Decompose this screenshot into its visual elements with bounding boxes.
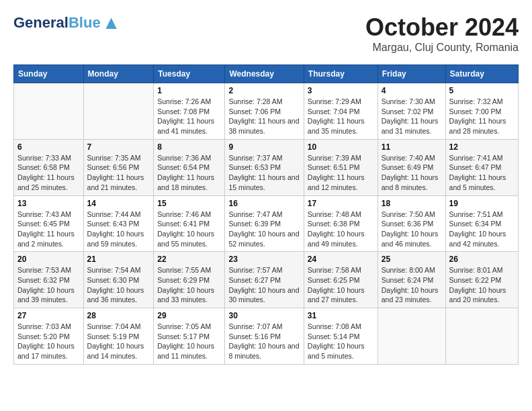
day-number: 12 [449, 142, 515, 152]
calendar-cell: 14Sunrise: 7:44 AMSunset: 6:43 PMDayligh… [83, 195, 154, 252]
logo-bird-icon: ▲ [102, 13, 121, 32]
calendar-cell: 11Sunrise: 7:40 AMSunset: 6:49 PMDayligh… [378, 139, 445, 195]
day-info: Sunrise: 7:57 AMSunset: 6:27 PMDaylight:… [228, 265, 300, 305]
calendar-cell: 26Sunrise: 8:01 AMSunset: 6:22 PMDayligh… [445, 252, 518, 308]
calendar-cell: 23Sunrise: 7:57 AMSunset: 6:27 PMDayligh… [225, 252, 304, 308]
day-number: 5 [449, 86, 515, 95]
day-info: Sunrise: 7:43 AMSunset: 6:45 PMDaylight:… [17, 210, 80, 249]
calendar-cell: 13Sunrise: 7:43 AMSunset: 6:45 PMDayligh… [14, 195, 84, 252]
calendar-cell: 21Sunrise: 7:54 AMSunset: 6:30 PMDayligh… [83, 252, 154, 308]
calendar-cell: 9Sunrise: 7:37 AMSunset: 6:53 PMDaylight… [225, 139, 304, 195]
calendar-week-row: 27Sunrise: 7:03 AMSunset: 5:20 PMDayligh… [14, 308, 519, 365]
day-number: 3 [308, 86, 374, 95]
weekday-header-thursday: Thursday [304, 65, 378, 83]
weekday-header-friday: Friday [378, 65, 445, 83]
day-info: Sunrise: 7:26 AMSunset: 7:08 PMDaylight:… [157, 97, 221, 136]
day-number: 4 [382, 86, 442, 95]
calendar-week-row: 13Sunrise: 7:43 AMSunset: 6:45 PMDayligh… [14, 195, 519, 252]
calendar-cell: 18Sunrise: 7:50 AMSunset: 6:36 PMDayligh… [378, 195, 445, 252]
calendar-table: SundayMondayTuesdayWednesdayThursdayFrid… [13, 64, 519, 365]
day-number: 19 [449, 199, 515, 208]
calendar-cell: 24Sunrise: 7:58 AMSunset: 6:25 PMDayligh… [304, 252, 378, 308]
calendar-cell: 3Sunrise: 7:29 AMSunset: 7:04 PMDaylight… [304, 83, 378, 140]
calendar-week-row: 1Sunrise: 7:26 AMSunset: 7:08 PMDaylight… [14, 83, 519, 140]
day-number: 22 [157, 255, 221, 264]
day-info: Sunrise: 7:53 AMSunset: 6:32 PMDaylight:… [17, 265, 80, 305]
day-info: Sunrise: 7:40 AMSunset: 6:49 PMDaylight:… [382, 153, 442, 193]
calendar-cell: 4Sunrise: 7:30 AMSunset: 7:02 PMDaylight… [378, 83, 445, 140]
calendar-cell: 16Sunrise: 7:47 AMSunset: 6:39 PMDayligh… [225, 195, 304, 252]
calendar-cell [14, 83, 84, 140]
day-info: Sunrise: 7:08 AMSunset: 5:14 PMDaylight:… [308, 322, 374, 361]
day-number: 9 [228, 142, 300, 152]
day-info: Sunrise: 7:07 AMSunset: 5:16 PMDaylight:… [228, 322, 300, 361]
day-number: 24 [308, 255, 374, 264]
day-info: Sunrise: 7:32 AMSunset: 7:00 PMDaylight:… [449, 97, 515, 136]
day-number: 2 [228, 86, 300, 95]
logo: GeneralBlue ▲ [13, 13, 120, 32]
calendar-cell: 27Sunrise: 7:03 AMSunset: 5:20 PMDayligh… [14, 308, 84, 365]
day-number: 14 [87, 199, 150, 208]
day-info: Sunrise: 7:28 AMSunset: 7:06 PMDaylight:… [228, 97, 300, 136]
day-info: Sunrise: 8:01 AMSunset: 6:22 PMDaylight:… [449, 265, 515, 305]
day-info: Sunrise: 7:29 AMSunset: 7:04 PMDaylight:… [308, 97, 374, 136]
day-number: 29 [157, 311, 221, 320]
calendar-cell: 25Sunrise: 8:00 AMSunset: 6:24 PMDayligh… [378, 252, 445, 308]
weekday-header-sunday: Sunday [14, 65, 84, 83]
weekday-header-tuesday: Tuesday [154, 65, 225, 83]
day-info: Sunrise: 7:03 AMSunset: 5:20 PMDaylight:… [17, 322, 80, 361]
day-info: Sunrise: 7:41 AMSunset: 6:47 PMDaylight:… [449, 153, 515, 193]
weekday-header-monday: Monday [83, 65, 154, 83]
day-info: Sunrise: 7:55 AMSunset: 6:29 PMDaylight:… [157, 265, 221, 305]
calendar-cell: 22Sunrise: 7:55 AMSunset: 6:29 PMDayligh… [154, 252, 225, 308]
day-info: Sunrise: 7:50 AMSunset: 6:36 PMDaylight:… [382, 210, 442, 249]
day-info: Sunrise: 8:00 AMSunset: 6:24 PMDaylight:… [382, 265, 442, 305]
calendar-cell: 12Sunrise: 7:41 AMSunset: 6:47 PMDayligh… [445, 139, 518, 195]
day-number: 30 [228, 311, 300, 320]
day-number: 7 [87, 142, 150, 152]
day-info: Sunrise: 7:36 AMSunset: 6:54 PMDaylight:… [157, 153, 221, 193]
logo-text: GeneralBlue [13, 15, 101, 31]
day-number: 13 [17, 199, 80, 208]
day-number: 27 [17, 311, 80, 320]
weekday-header-wednesday: Wednesday [225, 65, 304, 83]
day-info: Sunrise: 7:58 AMSunset: 6:25 PMDaylight:… [308, 265, 374, 305]
day-number: 23 [228, 255, 300, 264]
calendar-cell: 15Sunrise: 7:46 AMSunset: 6:41 PMDayligh… [154, 195, 225, 252]
day-number: 15 [157, 199, 221, 208]
day-number: 28 [87, 311, 150, 320]
day-number: 17 [308, 199, 374, 208]
calendar-subtitle: Margau, Cluj County, Romania [365, 42, 519, 54]
day-info: Sunrise: 7:05 AMSunset: 5:17 PMDaylight:… [157, 322, 221, 361]
day-number: 31 [308, 311, 374, 320]
day-info: Sunrise: 7:30 AMSunset: 7:02 PMDaylight:… [382, 97, 442, 136]
calendar-cell: 7Sunrise: 7:35 AMSunset: 6:56 PMDaylight… [83, 139, 154, 195]
calendar-cell: 2Sunrise: 7:28 AMSunset: 7:06 PMDaylight… [225, 83, 304, 140]
day-number: 16 [228, 199, 300, 208]
day-info: Sunrise: 7:04 AMSunset: 5:19 PMDaylight:… [87, 322, 150, 361]
title-block: October 2024 Margau, Cluj County, Romani… [365, 13, 519, 54]
day-number: 6 [17, 142, 80, 152]
weekday-header-saturday: Saturday [445, 65, 518, 83]
day-info: Sunrise: 7:46 AMSunset: 6:41 PMDaylight:… [157, 210, 221, 249]
calendar-cell: 19Sunrise: 7:51 AMSunset: 6:34 PMDayligh… [445, 195, 518, 252]
day-info: Sunrise: 7:54 AMSunset: 6:30 PMDaylight:… [87, 265, 150, 305]
day-number: 8 [157, 142, 221, 152]
day-number: 21 [87, 255, 150, 264]
calendar-cell [83, 83, 154, 140]
calendar-cell: 10Sunrise: 7:39 AMSunset: 6:51 PMDayligh… [304, 139, 378, 195]
calendar-week-row: 6Sunrise: 7:33 AMSunset: 6:58 PMDaylight… [14, 139, 519, 195]
calendar-cell: 1Sunrise: 7:26 AMSunset: 7:08 PMDaylight… [154, 83, 225, 140]
calendar-cell [378, 308, 445, 365]
day-number: 10 [308, 142, 374, 152]
calendar-week-row: 20Sunrise: 7:53 AMSunset: 6:32 PMDayligh… [14, 252, 519, 308]
day-number: 11 [382, 142, 442, 152]
calendar-cell: 20Sunrise: 7:53 AMSunset: 6:32 PMDayligh… [14, 252, 84, 308]
weekday-header-row: SundayMondayTuesdayWednesdayThursdayFrid… [14, 65, 519, 83]
day-number: 1 [157, 86, 221, 95]
calendar-cell: 17Sunrise: 7:48 AMSunset: 6:38 PMDayligh… [304, 195, 378, 252]
calendar-cell [445, 308, 518, 365]
day-info: Sunrise: 7:39 AMSunset: 6:51 PMDaylight:… [308, 153, 374, 193]
page-header: GeneralBlue ▲ October 2024 Margau, Cluj … [13, 13, 519, 54]
calendar-cell: 8Sunrise: 7:36 AMSunset: 6:54 PMDaylight… [154, 139, 225, 195]
